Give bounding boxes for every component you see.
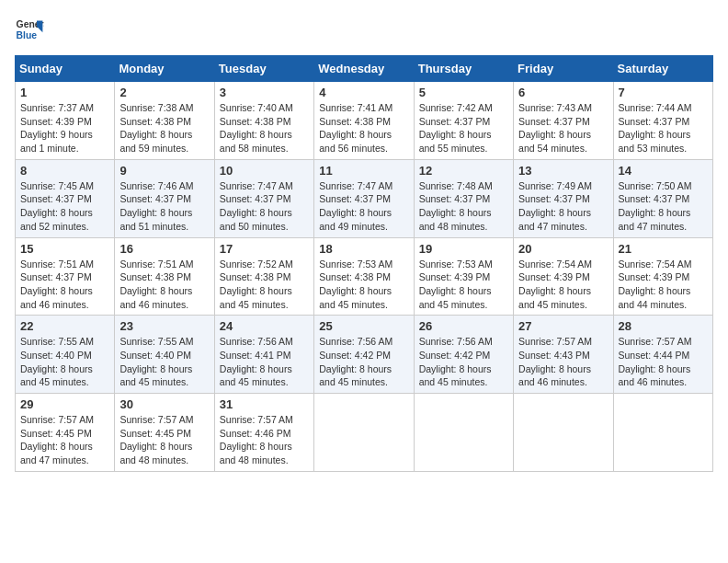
calendar-cell — [514, 394, 613, 472]
calendar-cell: 11 Sunrise: 7:47 AMSunset: 4:37 PMDaylig… — [314, 159, 414, 237]
calendar-cell: 2 Sunrise: 7:38 AMSunset: 4:38 PMDayligh… — [115, 82, 214, 160]
day-header-saturday: Saturday — [613, 56, 712, 82]
calendar-cell: 10 Sunrise: 7:47 AMSunset: 4:37 PMDaylig… — [214, 159, 313, 237]
svg-marker-2 — [37, 20, 42, 32]
calendar-cell: 23 Sunrise: 7:55 AMSunset: 4:40 PMDaylig… — [115, 316, 214, 394]
calendar-cell: 31 Sunrise: 7:57 AMSunset: 4:46 PMDaylig… — [214, 394, 313, 472]
cell-info: Sunrise: 7:57 AMSunset: 4:46 PMDaylight:… — [220, 414, 293, 465]
calendar-week-1: 1 Sunrise: 7:37 AMSunset: 4:39 PMDayligh… — [16, 82, 713, 160]
day-number: 22 — [20, 319, 109, 333]
calendar-cell: 13 Sunrise: 7:49 AMSunset: 4:37 PMDaylig… — [514, 159, 613, 237]
calendar-cell: 29 Sunrise: 7:57 AMSunset: 4:45 PMDaylig… — [16, 394, 115, 472]
logo-icon: General Blue — [15, 15, 44, 44]
cell-info: Sunrise: 7:56 AMSunset: 4:41 PMDaylight:… — [220, 336, 293, 387]
day-number: 25 — [319, 319, 408, 333]
day-number: 12 — [419, 164, 508, 178]
calendar-week-3: 15 Sunrise: 7:51 AMSunset: 4:37 PMDaylig… — [16, 237, 713, 316]
calendar-cell: 22 Sunrise: 7:55 AMSunset: 4:40 PMDaylig… — [16, 316, 115, 394]
day-header-thursday: Thursday — [414, 56, 513, 82]
day-header-tuesday: Tuesday — [214, 56, 313, 82]
calendar-cell: 21 Sunrise: 7:54 AMSunset: 4:39 PMDaylig… — [613, 237, 712, 316]
cell-info: Sunrise: 7:49 AMSunset: 4:37 PMDaylight:… — [518, 180, 592, 232]
cell-info: Sunrise: 7:42 AMSunset: 4:37 PMDaylight:… — [419, 102, 493, 154]
day-number: 10 — [220, 164, 309, 178]
calendar-cell — [414, 394, 513, 472]
cell-info: Sunrise: 7:57 AMSunset: 4:45 PMDaylight:… — [20, 414, 94, 465]
day-header-wednesday: Wednesday — [314, 56, 414, 82]
cell-info: Sunrise: 7:56 AMSunset: 4:42 PMDaylight:… — [419, 336, 493, 387]
cell-info: Sunrise: 7:46 AMSunset: 4:37 PMDaylight:… — [119, 180, 193, 232]
day-number: 18 — [319, 242, 408, 256]
calendar-cell: 30 Sunrise: 7:57 AMSunset: 4:45 PMDaylig… — [115, 394, 214, 472]
day-header-friday: Friday — [514, 56, 613, 82]
cell-info: Sunrise: 7:38 AMSunset: 4:38 PMDaylight:… — [119, 102, 193, 154]
svg-text:Blue: Blue — [17, 30, 38, 40]
cell-info: Sunrise: 7:55 AMSunset: 4:40 PMDaylight:… — [119, 336, 193, 387]
day-number: 21 — [619, 242, 708, 256]
calendar-cell — [613, 394, 712, 472]
day-header-sunday: Sunday — [16, 56, 115, 82]
day-number: 9 — [119, 164, 209, 178]
calendar-cell: 14 Sunrise: 7:50 AMSunset: 4:37 PMDaylig… — [613, 159, 712, 237]
day-number: 17 — [220, 242, 309, 256]
calendar-week-4: 22 Sunrise: 7:55 AMSunset: 4:40 PMDaylig… — [16, 316, 713, 394]
cell-info: Sunrise: 7:53 AMSunset: 4:38 PMDaylight:… — [319, 259, 392, 310]
day-number: 5 — [419, 86, 508, 99]
day-number: 8 — [20, 164, 109, 178]
calendar-header-row: SundayMondayTuesdayWednesdayThursdayFrid… — [16, 56, 713, 82]
day-number: 1 — [20, 86, 109, 99]
calendar-cell: 26 Sunrise: 7:56 AMSunset: 4:42 PMDaylig… — [414, 316, 513, 394]
day-number: 16 — [119, 242, 209, 256]
cell-info: Sunrise: 7:52 AMSunset: 4:38 PMDaylight:… — [220, 259, 293, 310]
calendar-cell: 17 Sunrise: 7:52 AMSunset: 4:38 PMDaylig… — [214, 237, 313, 316]
day-number: 30 — [119, 397, 209, 411]
day-number: 4 — [319, 86, 408, 99]
calendar-week-5: 29 Sunrise: 7:57 AMSunset: 4:45 PMDaylig… — [16, 394, 713, 472]
calendar-cell: 4 Sunrise: 7:41 AMSunset: 4:38 PMDayligh… — [314, 82, 414, 160]
cell-info: Sunrise: 7:55 AMSunset: 4:40 PMDaylight:… — [20, 336, 94, 387]
calendar-cell: 7 Sunrise: 7:44 AMSunset: 4:37 PMDayligh… — [613, 82, 712, 160]
cell-info: Sunrise: 7:40 AMSunset: 4:38 PMDaylight:… — [220, 102, 293, 154]
calendar-week-2: 8 Sunrise: 7:45 AMSunset: 4:37 PMDayligh… — [16, 159, 713, 237]
cell-info: Sunrise: 7:56 AMSunset: 4:42 PMDaylight:… — [319, 336, 392, 387]
cell-info: Sunrise: 7:53 AMSunset: 4:39 PMDaylight:… — [419, 259, 493, 310]
calendar-cell: 28 Sunrise: 7:57 AMSunset: 4:44 PMDaylig… — [613, 316, 712, 394]
cell-info: Sunrise: 7:43 AMSunset: 4:37 PMDaylight:… — [518, 102, 592, 154]
calendar-cell: 27 Sunrise: 7:57 AMSunset: 4:43 PMDaylig… — [514, 316, 613, 394]
day-number: 27 — [518, 319, 608, 333]
calendar-cell: 3 Sunrise: 7:40 AMSunset: 4:38 PMDayligh… — [214, 82, 313, 160]
calendar-cell: 12 Sunrise: 7:48 AMSunset: 4:37 PMDaylig… — [414, 159, 513, 237]
cell-info: Sunrise: 7:51 AMSunset: 4:37 PMDaylight:… — [20, 259, 94, 310]
day-number: 29 — [20, 397, 109, 411]
day-number: 11 — [319, 164, 408, 178]
cell-info: Sunrise: 7:57 AMSunset: 4:43 PMDaylight:… — [518, 336, 592, 387]
cell-info: Sunrise: 7:41 AMSunset: 4:38 PMDaylight:… — [319, 102, 392, 154]
day-number: 6 — [518, 86, 608, 99]
calendar-cell: 15 Sunrise: 7:51 AMSunset: 4:37 PMDaylig… — [16, 237, 115, 316]
calendar-cell: 25 Sunrise: 7:56 AMSunset: 4:42 PMDaylig… — [314, 316, 414, 394]
day-number: 15 — [20, 242, 109, 256]
cell-info: Sunrise: 7:37 AMSunset: 4:39 PMDaylight:… — [20, 102, 94, 154]
day-number: 26 — [419, 319, 508, 333]
header: General Blue — [15, 15, 713, 44]
day-number: 7 — [619, 86, 708, 99]
day-number: 3 — [220, 86, 309, 99]
calendar-cell: 20 Sunrise: 7:54 AMSunset: 4:39 PMDaylig… — [514, 237, 613, 316]
calendar-cell: 8 Sunrise: 7:45 AMSunset: 4:37 PMDayligh… — [16, 159, 115, 237]
day-number: 13 — [518, 164, 608, 178]
cell-info: Sunrise: 7:54 AMSunset: 4:39 PMDaylight:… — [619, 259, 692, 310]
cell-info: Sunrise: 7:44 AMSunset: 4:37 PMDaylight:… — [619, 102, 692, 154]
day-number: 14 — [619, 164, 708, 178]
day-number: 31 — [220, 397, 309, 411]
day-number: 20 — [518, 242, 608, 256]
calendar-cell: 9 Sunrise: 7:46 AMSunset: 4:37 PMDayligh… — [115, 159, 214, 237]
cell-info: Sunrise: 7:54 AMSunset: 4:39 PMDaylight:… — [518, 259, 592, 310]
calendar: SundayMondayTuesdayWednesdayThursdayFrid… — [15, 55, 713, 472]
calendar-cell: 5 Sunrise: 7:42 AMSunset: 4:37 PMDayligh… — [414, 82, 513, 160]
cell-info: Sunrise: 7:47 AMSunset: 4:37 PMDaylight:… — [220, 180, 293, 232]
calendar-cell: 24 Sunrise: 7:56 AMSunset: 4:41 PMDaylig… — [214, 316, 313, 394]
calendar-cell: 16 Sunrise: 7:51 AMSunset: 4:38 PMDaylig… — [115, 237, 214, 316]
cell-info: Sunrise: 7:45 AMSunset: 4:37 PMDaylight:… — [20, 180, 94, 232]
day-number: 2 — [119, 86, 209, 99]
calendar-cell: 18 Sunrise: 7:53 AMSunset: 4:38 PMDaylig… — [314, 237, 414, 316]
